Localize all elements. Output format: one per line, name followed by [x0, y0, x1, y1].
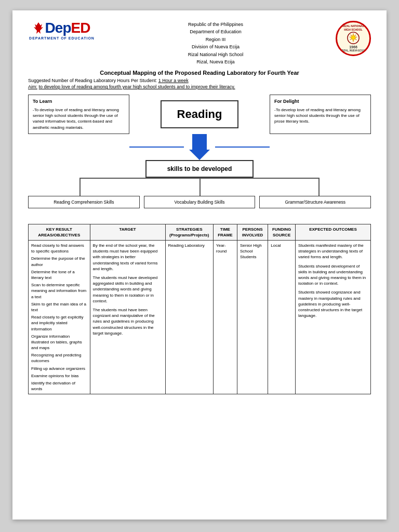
kra-item-4: Scan to determine specific meaning and i…	[31, 282, 87, 300]
arrow-right	[215, 147, 270, 148]
kra-item-11: Identify the derivation of words	[31, 380, 87, 392]
outcome-3: Students showed cognizance and mastery i…	[298, 289, 368, 318]
division-text: Division of Nueva Ecija	[96, 43, 336, 50]
branch-v2	[200, 178, 201, 196]
header-time: TIME FRAME	[213, 224, 237, 240]
for-delight-box: For Delight -To develop love of reading …	[270, 95, 371, 134]
kra-item-10: Examine opinions for bias	[31, 373, 87, 379]
logo-ed: ED	[71, 21, 90, 35]
suggested-hours: Suggested Number of Reading Laboratory H…	[28, 78, 371, 83]
header: Dep ED DEPARTMENT OF EDUCATION Republic …	[28, 21, 371, 65]
target-3: The students must have been cognizant an…	[93, 307, 163, 336]
logo-subtitle: DEPARTMENT OF EDUCATION	[29, 36, 95, 40]
target-2: The students must have developed aggrega…	[93, 275, 163, 304]
arrow-left	[129, 147, 184, 148]
arrows-row	[28, 134, 371, 160]
table-row: Read closely to find answers to specific…	[29, 241, 371, 394]
skill-box-2: Vocabulary Building Skills	[144, 196, 256, 208]
kra-item-7: Organize information illustrated on tabl…	[31, 334, 87, 351]
dept-text: Department of Education	[96, 28, 336, 35]
region-text: Region III	[96, 36, 336, 43]
page: Dep ED DEPARTMENT OF EDUCATION Republic …	[12, 10, 387, 520]
arrow-down	[189, 134, 210, 160]
persons-cell: Senior High School Students	[237, 241, 268, 394]
aim-text: Aim: to develop love of reading among fo…	[28, 84, 371, 89]
main-table: KEY RESULT AREAS/OBJECTIVES TARGET STRAT…	[28, 224, 371, 395]
target-1: By the end of the school year, the stude…	[93, 243, 163, 272]
cm-row2: skills to be developed	[28, 160, 371, 178]
skill-box-3: Grammar/Structure Awareness	[259, 196, 371, 208]
school-seal: RIZAL NATIONAL HIGH SCHOOL 1966 RIZAL, N…	[336, 21, 371, 56]
seal-emblem	[346, 31, 361, 45]
flame-icon	[34, 22, 43, 34]
cm-row3: Reading Comprehension Skills Vocabulary …	[28, 196, 371, 208]
kra-item-8: Recognizing and predicting outcomes	[31, 352, 87, 364]
header-target: TARGET	[90, 224, 165, 240]
outcome-1: Students manifested mastery of the strat…	[298, 243, 368, 260]
branch-lines	[28, 178, 371, 196]
reading-box: Reading	[161, 100, 239, 128]
skill-box-1: Reading Comprehension Skills	[28, 196, 140, 208]
kra-cell: Read closely to find answers to specific…	[29, 241, 90, 394]
kra-item-5: Skim to get the main idea of a text	[31, 301, 87, 313]
funding-cell: Local	[268, 241, 296, 394]
branch-v1	[79, 178, 81, 196]
header-funding: FUNDING SOURCE	[268, 224, 296, 240]
table-section: KEY RESULT AREAS/OBJECTIVES TARGET STRAT…	[28, 224, 371, 395]
school-text: Rizal National High School	[96, 51, 336, 58]
seal-year: 1966	[349, 45, 357, 49]
svg-marker-0	[34, 22, 43, 34]
strategies-cell: Reading Laboratory	[165, 241, 213, 394]
to-learn-title: To Learn	[33, 98, 125, 105]
kra-item-1: Read closely to find answers to specific…	[31, 243, 87, 254]
header-outcomes: EXPECTED OUTCOMES	[295, 224, 370, 240]
target-cell: By the end of the school year, the stude…	[90, 241, 165, 394]
header-center-text: Republic of the Philippines Department o…	[96, 21, 336, 65]
branch-v3	[318, 178, 320, 196]
header-persons: PERSONS INVOLVED	[237, 224, 268, 240]
kra-item-9: Filling up advance organizers	[31, 366, 87, 371]
header-strategies: STRATEGIES (Programs/Projects)	[165, 224, 213, 240]
kra-item-6: Read closely to get explicitly and impli…	[31, 314, 87, 332]
for-delight-title: For Delight	[274, 98, 366, 105]
outcomes-cell: Students manifested mastery of the strat…	[295, 241, 370, 394]
for-delight-text: -To develop love of reading and literacy…	[274, 107, 366, 125]
skills-box: skills to be developed	[145, 160, 254, 178]
time-cell: Year-round	[213, 241, 237, 394]
republic-text: Republic of the Philippines	[96, 21, 336, 28]
header-kra: KEY RESULT AREAS/OBJECTIVES	[29, 224, 90, 240]
logo-dep: Dep	[45, 21, 71, 35]
center-area: Reading	[135, 95, 264, 134]
document-title: Conceptual Mapping of the Proposed Readi…	[28, 70, 371, 76]
address-text: Rizal, Nueva Ecija	[96, 58, 336, 65]
to-learn-text: -To develop love of reading and literacy…	[33, 107, 125, 130]
seal-school-name: RIZAL NATIONAL HIGH SCHOOL	[339, 24, 367, 31]
seal-address: RIZAL, NUEVA ECIJA	[341, 49, 365, 52]
to-learn-box: To Learn -To develop love of reading and…	[28, 95, 129, 134]
kra-item-2: Determine the purpose of the author	[31, 256, 87, 267]
concept-map: To Learn -To develop love of reading and…	[28, 95, 371, 208]
outcome-2: Students showed development of skills in…	[298, 263, 368, 287]
svg-marker-2	[350, 33, 357, 42]
deped-logo: Dep ED DEPARTMENT OF EDUCATION	[28, 21, 96, 40]
cm-row1: To Learn -To develop love of reading and…	[28, 95, 371, 134]
kra-item-3: Determine the tone of a literary text	[31, 269, 87, 281]
